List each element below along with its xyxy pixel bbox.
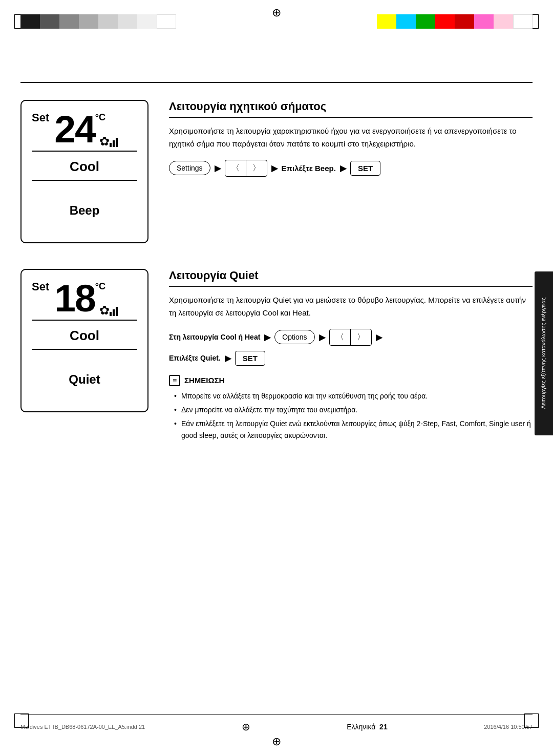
footer-page: Ελληνικά 21 — [347, 723, 388, 731]
lcd-top-row: Set 24 °C ✿ — [32, 110, 137, 149]
lcd-mode-beep: Cool — [70, 159, 99, 175]
temp-unit-row: 24 °C ✿ — [54, 110, 117, 149]
footer-reg-mark: ⊕ — [242, 721, 250, 733]
footer-language: Ελληνικά — [347, 723, 375, 731]
note-icon: ≡ — [169, 375, 180, 386]
color-swatches-left — [20, 14, 176, 29]
lcd-set-label-quiet: Set — [32, 280, 49, 293]
lcd-divider2-quiet — [32, 349, 137, 350]
options-button[interactable]: Options — [274, 330, 314, 344]
footer: Maldives ET IB_DB68-06172A-00_EL_A5.indd… — [20, 721, 533, 733]
quiet-arrow-1: ▶ — [264, 332, 270, 342]
nav-buttons-group: 〈 〉 — [225, 160, 267, 177]
color-swatches-right — [377, 14, 533, 29]
fan-bars-quiet: ✿ — [99, 303, 118, 318]
lcd-temp-beep: 24 — [54, 110, 95, 149]
footer-page-number: 21 — [379, 723, 388, 731]
quiet-right-button[interactable]: 〉 — [351, 329, 371, 345]
lcd-mode-quiet: Cool — [70, 328, 99, 344]
note-item-3: Εάν επιλέξετε τη λειτουργία Quiet ενώ εκ… — [174, 418, 533, 442]
arrow-3: ▶ — [340, 163, 346, 173]
quiet-control-row-2: Επιλέξτε Quiet. ▶ SET — [169, 351, 533, 366]
lcd-set-label-beep: Set — [32, 111, 49, 124]
quiet-arrow-2: ▶ — [319, 332, 325, 342]
quiet-arrow-4: ▶ — [225, 353, 231, 363]
quiet-nav-buttons: 〈 〉 — [329, 329, 372, 346]
celsius-symbol-quiet: °C — [95, 281, 105, 292]
quiet-left-button[interactable]: 〈 — [330, 329, 351, 345]
fan-icon: ✿ — [99, 134, 110, 149]
reg-mark-bottom-center: ⊕ — [272, 735, 281, 748]
quiet-line1-label: Στη λειτουργία Cool ή Heat — [169, 333, 260, 341]
section-quiet-content: Λειτουργία Quiet Χρησιμοποιήστε τη λειτο… — [169, 269, 533, 444]
lcd-divider2-beep — [32, 180, 137, 181]
lcd-top-row-quiet: Set 18 °C ✿ — [32, 279, 137, 318]
bottom-rule — [20, 715, 533, 716]
beep-select-label: Επιλέξτε Beep. — [282, 164, 336, 173]
lcd-display-beep: Set 24 °C ✿ — [20, 100, 148, 243]
footer-filename: Maldives ET IB_DB68-06172A-00_EL_A5.indd… — [20, 724, 145, 730]
right-button[interactable]: 〉 — [246, 160, 267, 176]
lcd-divider1-quiet — [32, 320, 137, 321]
set-button-quiet[interactable]: SET — [235, 351, 265, 366]
arrow-2: ▶ — [271, 163, 278, 173]
section-beep: Set 24 °C ✿ — [20, 100, 533, 243]
note-item-2: Δεν μπορείτε να αλλάξετε την ταχύτητα το… — [174, 404, 533, 416]
footer-timestamp: 2016/4/16 10:50:57 — [484, 724, 533, 730]
beep-control-row: Settings ▶ 〈 〉 ▶ Επιλέξτε Beep. ▶ SET — [169, 160, 533, 177]
fan-icon-quiet: ✿ — [99, 303, 110, 318]
bars — [110, 136, 118, 147]
color-bar — [0, 14, 553, 29]
set-button-beep[interactable]: SET — [350, 161, 380, 176]
section-quiet-title: Λειτουργία Quiet — [169, 269, 533, 287]
note-item-1: Μπορείτε να αλλάξετε τη θερμοκρασία και … — [174, 390, 533, 402]
section-beep-content: Λειτουργία ηχητικού σήματος Χρησιμοποιήσ… — [169, 100, 533, 243]
note-header-text: ΣΗΜΕΙΩΣΗ — [184, 376, 224, 385]
lcd-divider1-beep — [32, 151, 137, 152]
settings-button[interactable]: Settings — [169, 161, 210, 175]
lcd-display-quiet: Set 18 °C ✿ — [20, 269, 148, 412]
note-section: ≡ ΣΗΜΕΙΩΣΗ Μπορείτε να αλλάξετε τη θερμο… — [169, 375, 533, 442]
left-button[interactable]: 〈 — [225, 160, 246, 176]
lcd-sub-mode-quiet: Quiet — [69, 372, 100, 387]
section-beep-title: Λειτουργία ηχητικού σήματος — [169, 100, 533, 118]
quiet-line2-label: Επιλέξτε Quiet. — [169, 354, 221, 362]
top-rule — [20, 82, 533, 83]
side-tab-text: Λειτουργίες εξύπνης κατανάλωσης ενέργεια… — [540, 298, 547, 409]
note-list: Μπορείτε να αλλάξετε τη θερμοκρασία και … — [169, 390, 533, 442]
celsius-symbol: °C — [95, 112, 105, 123]
side-tab: Λειτουργίες εξύπνης κατανάλωσης ενέργεια… — [535, 271, 553, 435]
note-header: ≡ ΣΗΜΕΙΩΣΗ — [169, 375, 533, 386]
lcd-celsius-beep: °C ✿ — [95, 112, 118, 149]
section-beep-description: Χρησιμοποιήστε τη λειτουργία χαρακτηριστ… — [169, 125, 533, 151]
arrow-1: ▶ — [215, 163, 221, 173]
section-quiet-description: Χρησιμοποιήστε τη λειτουργία Quiet για ν… — [169, 294, 533, 320]
quiet-arrow-3: ▶ — [376, 332, 382, 342]
temp-unit-row-quiet: 18 °C ✿ — [54, 279, 117, 318]
lcd-celsius-quiet: °C ✿ — [95, 281, 118, 318]
lcd-sub-mode-beep: Beep — [70, 203, 100, 218]
lcd-temp-quiet: 18 — [54, 279, 95, 318]
fan-bars: ✿ — [99, 134, 118, 149]
quiet-control-row-1: Στη λειτουργία Cool ή Heat ▶ Options ▶ 〈… — [169, 329, 533, 346]
section-quiet: Set 18 °C ✿ — [20, 269, 533, 444]
quiet-control-area: Στη λειτουργία Cool ή Heat ▶ Options ▶ 〈… — [169, 329, 533, 366]
bars-quiet — [110, 305, 118, 316]
main-content: Set 24 °C ✿ — [20, 90, 533, 705]
